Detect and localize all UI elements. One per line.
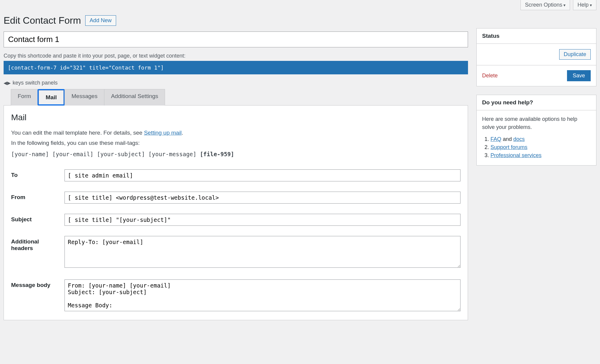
status-box: Status Duplicate Delete Save — [476, 28, 596, 86]
help-item-professional: Professional services — [490, 152, 591, 159]
support-forums-link[interactable]: Support forums — [490, 144, 527, 150]
docs-link[interactable]: docs — [513, 136, 525, 142]
mail-heading: Mail — [11, 113, 460, 122]
help-item-support: Support forums — [490, 144, 591, 151]
save-button[interactable]: Save — [567, 70, 591, 81]
arrow-keys-icon: ◀▶ — [4, 80, 11, 85]
tab-additional-settings[interactable]: Additional Settings — [104, 89, 165, 106]
shortcode-label: Copy this shortcode and paste it into yo… — [4, 53, 468, 59]
help-box: Do you need help? Here are some availabl… — [476, 95, 596, 166]
message-body-label: Message body — [11, 279, 62, 313]
add-new-button[interactable]: Add New — [85, 15, 116, 26]
form-title-input[interactable] — [4, 31, 468, 47]
to-label: To — [11, 169, 62, 181]
to-input[interactable] — [64, 169, 460, 181]
help-button[interactable]: Help — [573, 0, 596, 10]
tab-messages[interactable]: Messages — [64, 89, 104, 106]
mail-tags: [your-name] [your-email] [your-subject] … — [11, 149, 460, 159]
professional-services-link[interactable]: Professional services — [490, 152, 542, 158]
from-label: From — [11, 192, 62, 204]
mail-intro-1: You can edit the mail template here. For… — [11, 128, 460, 137]
screen-options-button[interactable]: Screen Options — [520, 0, 570, 10]
tab-form[interactable]: Form — [11, 89, 38, 106]
subject-label: Subject — [11, 214, 62, 226]
additional-headers-label: Additional headers — [11, 236, 62, 269]
status-heading: Status — [477, 28, 596, 44]
from-input[interactable] — [64, 192, 460, 204]
mail-panel: Mail You can edit the mail template here… — [4, 105, 468, 320]
tabs: Form Mail Messages Additional Settings — [4, 89, 468, 106]
help-item-faq: FAQ and docs — [490, 136, 591, 142]
keys-switch-hint: ◀▶keys switch panels — [4, 80, 468, 86]
additional-headers-input[interactable]: Reply-To: [your-email] — [64, 236, 460, 268]
tab-mail-highlight: Mail — [38, 89, 65, 106]
help-heading: Do you need help? — [477, 95, 596, 110]
setting-up-mail-link[interactable]: Setting up mail — [144, 130, 182, 136]
delete-link[interactable]: Delete — [482, 73, 498, 79]
page-title: Edit Contact Form — [4, 15, 81, 26]
subject-input[interactable] — [64, 214, 460, 226]
shortcode-field[interactable]: [contact-form-7 id="321" title="Contact … — [4, 61, 468, 74]
faq-link[interactable]: FAQ — [490, 136, 501, 142]
duplicate-button[interactable]: Duplicate — [559, 49, 591, 60]
tab-mail[interactable]: Mail — [39, 90, 64, 104]
message-body-input[interactable]: From: [your-name] [your-email] Subject: … — [64, 279, 460, 311]
help-intro: Here are some available options to help … — [482, 115, 591, 131]
mail-intro-2: In the following fields, you can use the… — [11, 139, 460, 148]
